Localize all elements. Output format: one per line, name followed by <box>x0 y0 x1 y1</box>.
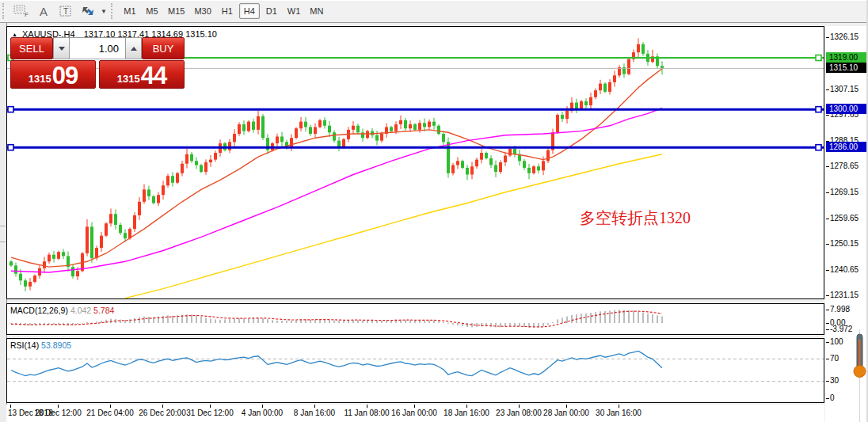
price-tick-label: 1250.15 <box>830 239 858 248</box>
bid-small-digits: 1315 <box>29 70 51 88</box>
rsi-tick-label: 30 <box>830 376 839 385</box>
tf-button-w1[interactable]: W1 <box>284 3 305 19</box>
ask-small-digits: 1315 <box>117 70 140 88</box>
symbol-triangle-icon: ▲ <box>12 32 17 37</box>
tf-button-m5[interactable]: M5 <box>142 3 162 19</box>
textbox-t-icon[interactable]: T <box>55 2 76 20</box>
macd-main-value: 4.042 <box>70 306 91 315</box>
tf-button-d1[interactable]: D1 <box>261 3 282 19</box>
ask-big-digits: 44 <box>141 64 166 88</box>
rsi-tick-label: 0 <box>830 393 835 402</box>
caret-down-icon <box>59 47 65 51</box>
toolbar-drag-handle[interactable] <box>2 3 8 19</box>
date-tick-label: 31 Dec 12:00 <box>186 409 234 417</box>
toolbar: F A T ▼ M1 M5 M15 M30 H1 H4 D1 W1 MN <box>0 0 868 23</box>
mt4-window: F A T ▼ M1 M5 M15 M30 H1 H4 D1 W1 MN <box>0 0 868 422</box>
volume-down-button[interactable] <box>53 37 70 59</box>
volume-up-button[interactable] <box>125 37 142 59</box>
ma-fast-red <box>11 69 662 267</box>
rsi-label: RSI(14) 53.8905 <box>10 340 71 350</box>
tf-button-m30[interactable]: M30 <box>190 3 215 19</box>
tf-button-m1[interactable]: M1 <box>120 3 140 19</box>
dropdown-caret-icon[interactable]: ▼ <box>99 2 108 20</box>
price-tick-label: 1269.15 <box>830 188 858 196</box>
date-tick-label: 28 Jan 00:00 <box>543 409 589 417</box>
caret-up-icon <box>131 47 137 51</box>
grid-f-icon[interactable]: F <box>11 2 32 20</box>
ma-mid-magenta <box>11 108 662 273</box>
thermometer-icon[interactable] <box>853 333 867 379</box>
date-tick-label: 23 Jan 08:00 <box>496 409 542 417</box>
tf-button-h1[interactable]: H1 <box>217 3 238 19</box>
macd-panel: MACD(12,26,9) 4.042 5.784 <box>6 303 824 335</box>
main-chart-panel: ▲ XAUUSD-,H4 1317.10 1317.41 1314.69 131… <box>6 26 824 299</box>
rsi-tick-label: 100 <box>830 337 843 346</box>
date-tick-label: 18 Dec 12:00 <box>34 409 82 417</box>
svg-text:F: F <box>25 11 29 17</box>
macd-label: MACD(12,26,9) 4.042 5.784 <box>10 306 114 315</box>
price-tick-label: 1278.65 <box>830 162 858 170</box>
buy-button[interactable]: BUY <box>142 37 185 59</box>
annotation-text: 多空转折点1320 <box>580 207 691 229</box>
sell-button[interactable]: SELL <box>10 37 53 59</box>
date-tick-label: 26 Dec 20:00 <box>139 409 186 417</box>
date-tick-label: 4 Jan 00:00 <box>242 409 283 417</box>
tf-button-h4[interactable]: H4 <box>239 3 260 19</box>
price-badge: 1300.00 <box>826 104 866 114</box>
bid-big-digits: 09 <box>52 64 78 88</box>
macd-tick-label: 7.998 <box>830 305 850 314</box>
date-tick-label: 18 Jan 16:00 <box>444 409 489 417</box>
rsi-chart[interactable] <box>7 339 824 402</box>
arrange-arrows-icon[interactable] <box>78 2 98 20</box>
price-badge: 1319.00 <box>826 52 866 63</box>
date-tick-label: 21 Dec 04:00 <box>86 409 134 417</box>
toolbar-drag-handle[interactable] <box>111 3 116 19</box>
rsi-tick-label: 70 <box>830 354 839 363</box>
price-badge: 1315.10 <box>826 63 866 73</box>
price-tick-label: 1307.15 <box>830 85 858 93</box>
rsi-panel: RSI(14) 53.8905 <box>6 338 824 403</box>
price-badge: 1286.00 <box>826 142 866 152</box>
macd-signal-value: 5.784 <box>93 306 114 315</box>
macd-tick-label: -3.972 <box>830 325 852 333</box>
volume-input[interactable] <box>70 37 125 59</box>
date-tick-label: 8 Jan 16:00 <box>294 409 335 417</box>
tf-button-mn[interactable]: MN <box>306 3 327 19</box>
tf-button-m15[interactable]: M15 <box>164 3 188 19</box>
one-click-trading-panel: SELL BUY 1315 09 1315 44 <box>10 37 186 89</box>
price-tick-label: 1240.65 <box>830 265 858 274</box>
bid-price[interactable]: 1315 09 <box>10 60 96 89</box>
price-tick-label: 1231.15 <box>830 291 858 299</box>
label-a-icon[interactable]: A <box>33 2 54 20</box>
price-tick-label: 1259.65 <box>830 214 858 222</box>
date-tick-label: 16 Jan 00:00 <box>391 409 437 417</box>
date-axis: 13 Dec 201818 Dec 12:0021 Dec 04:0026 De… <box>6 405 824 422</box>
date-tick-label: 30 Jan 16:00 <box>596 409 641 417</box>
ask-price[interactable]: 1315 44 <box>99 60 185 89</box>
svg-text:T: T <box>63 7 68 16</box>
price-tick-label: 1326.15 <box>830 32 858 41</box>
rsi-value: 53.8905 <box>41 340 71 350</box>
date-tick-label: 11 Jan 08:00 <box>344 409 389 417</box>
macd-chart[interactable] <box>7 304 824 334</box>
